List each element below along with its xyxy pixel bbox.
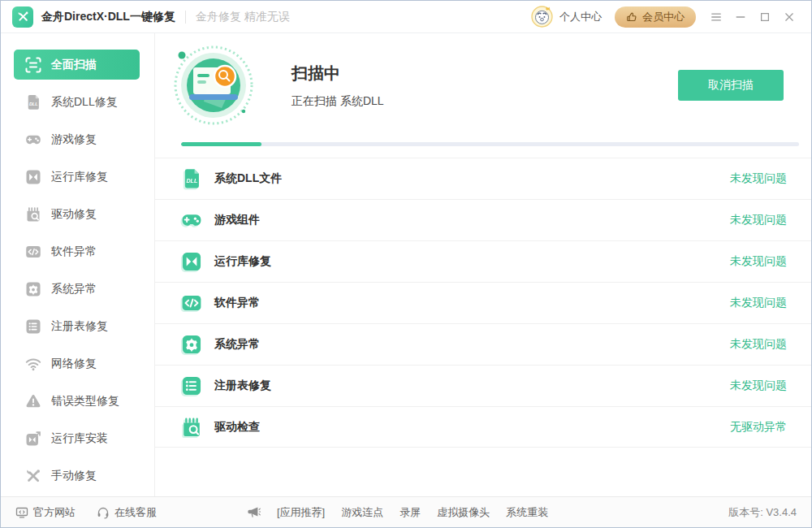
sidebar-item[interactable]: 全面扫描 [14, 50, 140, 80]
body-row: 全面扫描 DLL 系统DLL修复 游戏修复 运行库修复 驱动修复 软件异常 系统… [1, 33, 811, 496]
scan-item-status: 未发现问题 [730, 379, 787, 393]
svg-text:DLL: DLL [29, 102, 38, 106]
scan-item-label: 运行库修复 [214, 254, 271, 269]
app-logo [12, 6, 33, 28]
scan-illustration [171, 43, 256, 128]
driver-icon [25, 206, 41, 223]
scan-item-status: 未发现问题 [730, 213, 787, 227]
dll-file-icon: DLL [181, 168, 202, 189]
footer-link-label: 官方网站 [33, 505, 76, 520]
gamepad-icon [181, 210, 202, 231]
sidebar-item-label: 系统异常 [51, 282, 97, 296]
app-slogan: 金舟修复 精准无误 [196, 10, 290, 24]
sidebar-item-label: 驱动修复 [51, 207, 97, 222]
sidebar-item[interactable]: DLL 系统DLL修复 [1, 84, 154, 121]
footer-promo-link[interactable]: 系统重装 [506, 505, 548, 520]
scan-item-label: 注册表修复 [214, 379, 271, 393]
tools-icon [17, 11, 29, 23]
sidebar-menu: 全面扫描 DLL 系统DLL修复 游戏修复 运行库修复 驱动修复 软件异常 系统… [1, 50, 154, 495]
member-center-label: 会员中心 [642, 10, 685, 24]
sidebar-item[interactable]: 驱动修复 [1, 196, 154, 233]
sidebar-item-label: 手动修复 [51, 469, 97, 483]
dll-file-icon: DLL [25, 94, 41, 110]
scan-item-status: 未发现问题 [730, 337, 787, 352]
footer: 官方网站 在线客服 [应用推荐]游戏连点录屏虚拟摄像头系统重装 版本号: V3.… [1, 496, 811, 527]
thumbs-up-icon [626, 11, 637, 23]
scan-item-label: 软件异常 [214, 296, 260, 310]
sidebar-item-label: 注册表修复 [51, 319, 108, 334]
main-panel: 扫描中 正在扫描 系统DLL 取消扫描 DLL 系统DLL文件 未发现问题 游戏… [155, 33, 811, 496]
sidebar-item[interactable]: 系统异常 [1, 270, 154, 308]
scan-result-row: 注册表修复 未发现问题 [155, 365, 811, 406]
svg-text:DLL: DLL [186, 178, 197, 184]
footer-promo-link[interactable]: [应用推荐] [277, 505, 325, 520]
sidebar-item-label: 错误类型修复 [51, 394, 119, 409]
scan-header: 扫描中 正在扫描 系统DLL 取消扫描 [155, 33, 811, 128]
registry-icon [181, 375, 202, 396]
monitor-icon [15, 506, 28, 519]
sidebar-item[interactable]: 网络修复 [1, 345, 154, 383]
progress-bar [181, 142, 799, 146]
scan-item-status: 未发现问题 [730, 254, 787, 269]
close-button[interactable] [777, 6, 801, 28]
sidebar-item[interactable]: 软件异常 [1, 233, 154, 270]
footer-promo-link[interactable]: 游戏连点 [341, 505, 383, 520]
app-title: 金舟DirectX·DLL一键修复 [41, 10, 175, 24]
footer-link[interactable]: 在线客服 [97, 505, 157, 520]
scan-search-icon [171, 43, 256, 128]
sidebar-item[interactable]: 错误类型修复 [1, 383, 154, 420]
app-window: 金舟DirectX·DLL一键修复 金舟修复 精准无误 个人中心 会员中心 [0, 0, 812, 528]
member-center-button[interactable]: 会员中心 [615, 6, 696, 28]
sidebar-item[interactable]: 运行库安装 [1, 420, 154, 457]
scan-item-label: 系统异常 [214, 337, 260, 352]
minimize-icon [735, 11, 746, 23]
scan-result-row: 驱动检查 无驱动异常 [155, 406, 811, 448]
maximize-icon [759, 11, 771, 23]
scan-result-row: 软件异常 未发现问题 [155, 282, 811, 323]
driver-icon [181, 417, 202, 438]
scan-item-status: 未发现问题 [730, 296, 787, 310]
install-icon [25, 431, 41, 447]
footer-links: 官方网站 在线客服 [15, 505, 157, 520]
scan-result-row: DLL 系统DLL文件 未发现问题 [155, 158, 811, 199]
progress-fill [181, 142, 261, 146]
sidebar-item[interactable]: 手动修复 [1, 457, 154, 495]
scan-item-status: 无驱动异常 [730, 420, 787, 435]
sidebar-item-label: 网络修复 [51, 357, 97, 371]
scan-item-label: 系统DLL文件 [214, 171, 282, 186]
sidebar-item[interactable]: 运行库修复 [1, 158, 154, 196]
personal-center-link[interactable]: 个人中心 [559, 10, 602, 24]
footer-promos-list: [应用推荐]游戏连点录屏虚拟摄像头系统重装 [277, 505, 548, 520]
footer-promo-link[interactable]: 录屏 [400, 505, 421, 520]
panda-avatar-icon [531, 6, 553, 28]
sidebar-item[interactable]: 游戏修复 [1, 121, 154, 158]
footer-promo-link[interactable]: 虚拟摄像头 [437, 505, 490, 520]
headset-icon [97, 506, 110, 519]
footer-link-label: 在线客服 [114, 505, 157, 520]
sidebar-item-label: 软件异常 [51, 245, 97, 259]
scan-status-title: 扫描中 [292, 63, 384, 84]
scan-result-row: 游戏组件 未发现问题 [155, 199, 811, 240]
sidebar-item-label: 全面扫描 [51, 58, 97, 72]
footer-link[interactable]: 官方网站 [15, 505, 76, 520]
minimize-button[interactable] [728, 6, 753, 28]
sidebar-item-label: 系统DLL修复 [51, 95, 118, 110]
warning-icon [25, 393, 41, 409]
version-label: 版本号: V3.4.4 [728, 505, 797, 520]
gamepad-icon [25, 132, 41, 148]
code-window-icon [181, 292, 202, 314]
title-divider [185, 11, 186, 24]
megaphone-icon [247, 505, 261, 519]
scan-icon [25, 57, 41, 73]
menu-button[interactable] [704, 6, 728, 28]
scan-status-block: 扫描中 正在扫描 系统DLL [292, 63, 384, 109]
avatar[interactable] [531, 6, 553, 28]
maximize-button[interactable] [753, 6, 777, 28]
scan-result-row: 运行库修复 未发现问题 [155, 240, 811, 282]
cancel-scan-button[interactable]: 取消扫描 [678, 70, 784, 101]
sidebar-item-label: 运行库安装 [51, 431, 108, 446]
wifi-icon [25, 356, 41, 372]
registry-icon [25, 318, 41, 335]
scan-results-list: DLL 系统DLL文件 未发现问题 游戏组件 未发现问题 运行库修复 未发现问题… [155, 158, 811, 448]
sidebar-item[interactable]: 注册表修复 [1, 308, 154, 345]
